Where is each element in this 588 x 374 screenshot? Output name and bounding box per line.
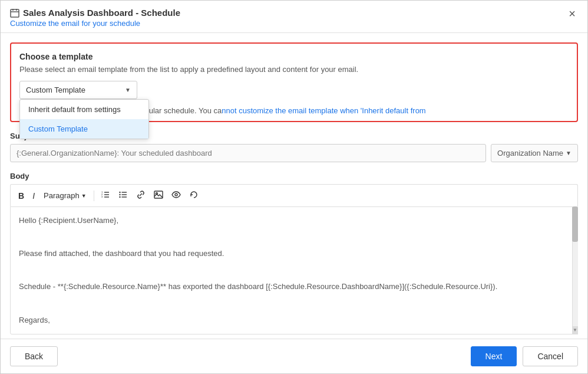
body-line-1: Hello {:Recipient.UserName},: [19, 214, 563, 227]
ordered-list-button[interactable]: 1 2 3: [98, 188, 113, 203]
dialog-title: Sales Analysis Dashboard - Schedule: [23, 8, 180, 18]
editor-scroll-container: Hello {:Recipient.UserName}, Please find…: [10, 206, 578, 334]
body-line-5: Schedule - **{:Schedule.Resource.Name}**…: [19, 280, 563, 293]
template-section: Choose a template Please select an email…: [10, 42, 578, 122]
reset-icon: [189, 190, 199, 199]
body-section: Body B I Paragraph ▼ 1 2: [10, 172, 578, 334]
dropdown-item-inherit[interactable]: Inherit default from settings: [20, 100, 148, 119]
svg-point-12: [119, 196, 120, 198]
reset-button[interactable]: [186, 188, 201, 203]
template-section-desc: Please select an email template from the…: [19, 65, 569, 74]
italic-button[interactable]: I: [29, 189, 38, 202]
bold-button[interactable]: B: [15, 189, 27, 202]
svg-point-18: [175, 193, 177, 196]
paragraph-chevron-icon: ▼: [81, 193, 87, 199]
template-dropdown-value: Custom Template: [26, 86, 85, 94]
body-line-6: [19, 297, 563, 310]
template-dropdown-menu: Inherit default from settings Custom Tem…: [19, 99, 149, 139]
body-label: Body: [10, 172, 578, 181]
header-left: Sales Analysis Dashboard - Schedule Cust…: [10, 8, 180, 28]
dialog-footer: Back Next Cancel: [1, 339, 587, 373]
schedule-dialog: Sales Analysis Dashboard - Schedule Cust…: [0, 0, 588, 374]
subject-input[interactable]: [10, 144, 486, 162]
dialog-subtitle: Customize the email for your schedule: [10, 19, 180, 28]
chevron-down-icon: ▼: [125, 87, 131, 93]
org-name-label: Organization Name: [497, 149, 563, 158]
editor-body[interactable]: Hello {:Recipient.UserName}, Please find…: [10, 206, 578, 334]
template-dropdown-button[interactable]: Custom Template ▼: [19, 81, 137, 99]
paragraph-dropdown[interactable]: Paragraph ▼: [40, 189, 90, 202]
bullet-list-icon: [118, 190, 128, 199]
back-button[interactable]: Back: [10, 346, 58, 366]
image-button[interactable]: [151, 188, 166, 203]
link-button[interactable]: [133, 188, 148, 203]
svg-point-11: [119, 194, 120, 195]
calendar-icon: [10, 8, 19, 18]
body-line-3: Please find attached, the dashboard that…: [19, 247, 563, 260]
dialog-header: Sales Analysis Dashboard - Schedule Cust…: [1, 1, 587, 33]
title-row: Sales Analysis Dashboard - Schedule: [10, 8, 180, 18]
editor-scrollbar[interactable]: ▼: [572, 206, 578, 334]
close-button[interactable]: ×: [566, 8, 578, 19]
cancel-button[interactable]: Cancel: [523, 346, 578, 366]
footer-right: Next Cancel: [471, 346, 578, 366]
body-line-4: [19, 264, 563, 277]
scrollbar-thumb: [572, 206, 578, 242]
editor-toolbar: B I Paragraph ▼ 1 2 3: [10, 184, 578, 206]
ordered-list-icon: 1 2 3: [101, 190, 110, 199]
eye-icon: [171, 190, 181, 199]
dialog-content: Choose a template Please select an email…: [1, 33, 587, 339]
bullet-list-button[interactable]: [115, 188, 131, 203]
svg-point-10: [119, 192, 120, 193]
toolbar-separator-1: [94, 191, 94, 201]
template-dropdown-wrapper: Custom Template ▼ Inherit default from s…: [19, 81, 137, 99]
paragraph-label: Paragraph: [44, 191, 80, 200]
preview-button[interactable]: [169, 188, 184, 203]
org-name-dropdown[interactable]: Organization Name ▼: [491, 144, 578, 162]
scrollbar-down-arrow[interactable]: ▼: [572, 326, 578, 334]
svg-rect-0: [11, 9, 19, 17]
image-icon: [154, 190, 163, 199]
next-button[interactable]: Next: [471, 346, 517, 366]
svg-text:3: 3: [101, 195, 103, 198]
dropdown-item-custom[interactable]: Custom Template: [20, 119, 148, 139]
org-chevron-icon: ▼: [566, 150, 572, 156]
template-section-title: Choose a template: [19, 52, 569, 61]
link-icon: [136, 190, 146, 199]
body-line-7: Regards,: [19, 314, 563, 327]
subject-row: Organization Name ▼: [10, 144, 578, 162]
body-line-2: [19, 231, 563, 244]
